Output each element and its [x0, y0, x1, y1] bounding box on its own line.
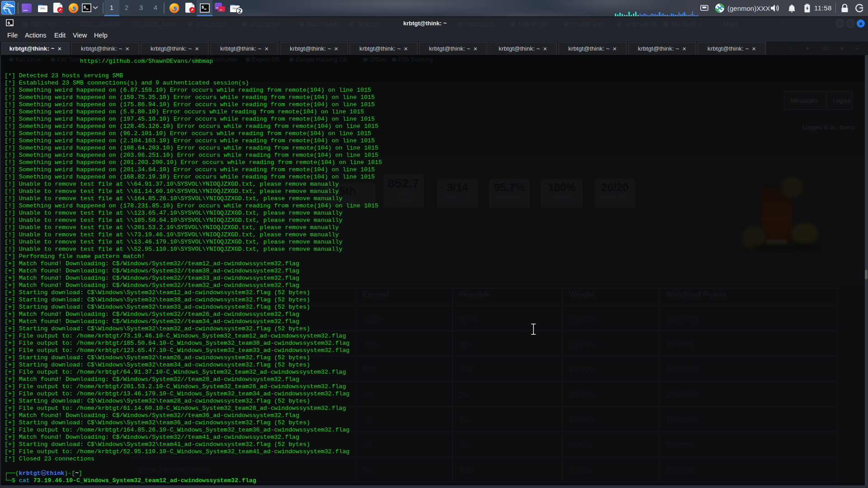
svg-text:$: $ [202, 5, 204, 10]
svg-text:2: 2 [238, 8, 241, 14]
svg-text:$: $ [84, 5, 86, 10]
svg-text:$: $ [8, 21, 10, 26]
svg-text:ks: ks [42, 471, 45, 474]
